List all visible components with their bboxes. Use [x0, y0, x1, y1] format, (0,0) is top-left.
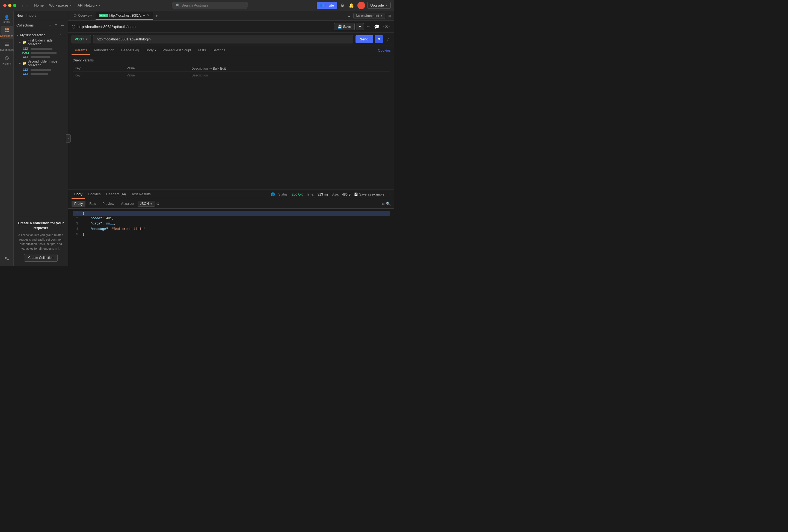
edit-icon-button[interactable]: ✏: [366, 23, 371, 30]
folder-second[interactable]: ▼ 📁 Second folder inside collection: [15, 59, 66, 68]
sidebar-item-apis[interactable]: [1, 255, 13, 264]
description-input-cell[interactable]: Description: [189, 72, 390, 79]
key-input-cell[interactable]: Key: [73, 72, 124, 79]
expand-panel-button[interactable]: ›: [66, 134, 71, 142]
send-dropdown-button[interactable]: ▼: [375, 35, 383, 43]
svg-rect-3: [7, 31, 9, 32]
api-network-nav-link[interactable]: API Network ▼: [75, 2, 103, 8]
bulk-edit-button[interactable]: Bulk Edit: [213, 67, 226, 71]
save-dropdown-button[interactable]: ▼: [356, 23, 364, 30]
raw-tab[interactable]: Raw: [86, 201, 99, 207]
invite-button[interactable]: 👥 Invite: [317, 2, 337, 9]
back-button[interactable]: ‹: [21, 3, 24, 8]
pretty-tab[interactable]: Pretty: [72, 201, 85, 207]
upgrade-button[interactable]: Upgrade ▼: [367, 2, 391, 9]
svg-rect-9: [7, 259, 9, 260]
cookies-link[interactable]: Cookies: [378, 46, 391, 55]
request-row-5[interactable]: GET: [15, 72, 66, 76]
more-params-button[interactable]: ···: [209, 66, 212, 71]
forward-button[interactable]: ›: [25, 3, 29, 8]
preview-tab[interactable]: Preview: [100, 201, 117, 207]
folder-first[interactable]: ▼ 📁 First folder inside collection: [15, 38, 66, 47]
environment-selector[interactable]: No environment ▼: [353, 13, 385, 19]
save-example-button[interactable]: 💾 Save as example: [354, 193, 384, 196]
method-selector[interactable]: POST ▼: [72, 35, 91, 43]
user-icon: 👤: [4, 15, 9, 20]
authorization-tab[interactable]: Authorization: [91, 46, 118, 55]
url-input[interactable]: [93, 35, 353, 43]
sidebar-item-environments[interactable]: Environments: [1, 40, 13, 53]
traffic-lights: [3, 4, 16, 7]
tests-tab[interactable]: Tests: [194, 46, 209, 55]
home-nav-link[interactable]: Home: [32, 2, 46, 8]
sort-collections-button[interactable]: ≡: [54, 22, 58, 28]
collection-name: My first collection: [20, 33, 58, 37]
maximize-button[interactable]: [13, 4, 16, 7]
save-button[interactable]: 💾 Save: [334, 23, 355, 30]
sidebar-item-collections[interactable]: Collections: [1, 26, 13, 39]
request-row-3[interactable]: GET: [15, 55, 66, 59]
tab-close-icon[interactable]: ✕: [146, 14, 150, 17]
workspaces-nav-link[interactable]: Workspaces ▼: [47, 2, 74, 8]
environments-label: Environments: [0, 48, 15, 51]
json-format-selector[interactable]: JSON ▼: [138, 201, 155, 207]
notifications-icon-button[interactable]: 🔔: [348, 2, 355, 9]
more-response-button[interactable]: ···: [388, 192, 391, 197]
layout-toggle-button[interactable]: ⊞: [387, 13, 392, 19]
format-actions: ⧉ 🔍: [382, 201, 391, 206]
overview-tab[interactable]: ⬡ Overview: [71, 12, 95, 20]
settings-tab[interactable]: Settings: [209, 46, 229, 55]
body-tab[interactable]: Body ●: [142, 46, 159, 55]
comment-icon-button[interactable]: 💬: [373, 23, 381, 30]
create-collection-button[interactable]: Create Collection: [24, 254, 57, 262]
api-network-dropdown-icon: ▼: [98, 4, 101, 7]
add-collection-button[interactable]: +: [48, 22, 52, 28]
search-response-button[interactable]: 🔍: [386, 201, 391, 206]
format-bar: Pretty Raw Preview Visualize JSON ▼ ⚙ ⧉ …: [68, 199, 394, 209]
tabs-overflow-button[interactable]: ⌄: [346, 12, 352, 19]
params-tab[interactable]: Params: [72, 46, 91, 55]
pre-request-tab[interactable]: Pre-request Script: [159, 46, 194, 55]
minimize-button[interactable]: [8, 4, 12, 7]
sidebar-user-item[interactable]: 👤 study: [1, 13, 13, 25]
star-icon[interactable]: ☆: [59, 34, 62, 37]
expand-request-button[interactable]: ⤢: [385, 36, 391, 43]
request-row-1[interactable]: GET: [15, 47, 66, 51]
search-input[interactable]: 🔍 Search Postman: [172, 2, 248, 9]
json-line-1: 1 {: [73, 211, 390, 216]
method-label: POST: [75, 37, 84, 41]
close-button[interactable]: [3, 4, 6, 7]
collections-panel-title: Collections: [16, 23, 46, 27]
method-get-badge-2: GET: [22, 56, 29, 58]
response-body-tab[interactable]: Body: [72, 190, 85, 199]
size-label: Size:: [332, 193, 339, 196]
code-icon-button[interactable]: </>: [382, 23, 391, 30]
response-headers-tab[interactable]: Headers (14): [103, 190, 129, 199]
new-tab-button[interactable]: +: [154, 13, 159, 19]
request-row-2[interactable]: POST: [15, 51, 66, 55]
collection-tree: ▼ My first collection ☆ ··· ▼ 📁 First fo…: [14, 30, 68, 216]
search-bar: 🔍 Search Postman: [105, 2, 315, 9]
sidebar-item-history[interactable]: History: [1, 54, 13, 67]
settings-icon-button[interactable]: ⚙: [339, 2, 346, 9]
new-button[interactable]: New: [16, 13, 23, 18]
visualize-tab[interactable]: Visualize: [118, 201, 137, 207]
copy-response-button[interactable]: ⧉: [382, 201, 385, 206]
collection-header-row[interactable]: ▼ My first collection ☆ ···: [15, 33, 66, 38]
svg-rect-2: [5, 31, 6, 32]
send-button[interactable]: Send: [355, 35, 373, 43]
import-button[interactable]: Import: [26, 13, 36, 18]
response-cookies-tab[interactable]: Cookies: [85, 190, 103, 199]
request-actions: 💾 Save ▼ ✏ 💬 </>: [334, 23, 391, 30]
filter-icon-button[interactable]: ⚙: [156, 201, 160, 206]
post-request-tab[interactable]: POST http://localhost:8081/a ✕: [96, 12, 153, 20]
request-row-4[interactable]: GET: [15, 68, 66, 72]
more-collections-button[interactable]: ···: [60, 22, 65, 28]
value-input-cell[interactable]: Value: [124, 72, 189, 79]
more-collection-icon[interactable]: ···: [63, 34, 65, 37]
headers-tab[interactable]: Headers (8): [118, 46, 142, 55]
avatar[interactable]: [357, 2, 365, 9]
test-results-tab[interactable]: Test Results: [129, 190, 154, 199]
json-line-5: 5 }: [73, 232, 390, 237]
status-value: 200 OK: [292, 193, 303, 196]
